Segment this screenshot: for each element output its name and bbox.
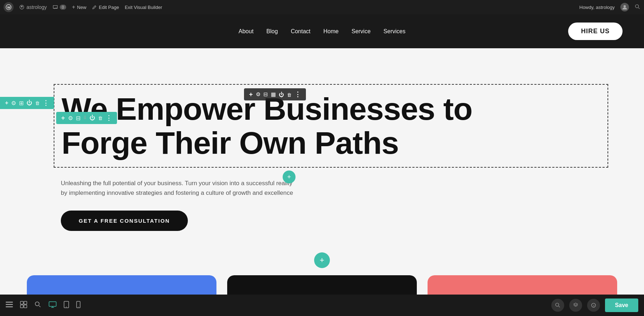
nav-item-services[interactable]: Services xyxy=(384,28,405,35)
hero-subtitle: Unleashing the full potential of your bu… xyxy=(61,178,293,198)
row-power-icon[interactable] xyxy=(26,100,32,106)
add-section-button[interactable]: + xyxy=(314,252,330,268)
bottom-builder-bar: ? Save xyxy=(0,295,644,316)
history-layers-icon[interactable] xyxy=(569,299,582,312)
svg-rect-10 xyxy=(6,304,13,305)
nav-item-contact[interactable]: Contact xyxy=(291,28,311,35)
svg-rect-15 xyxy=(24,305,27,308)
new-content-link[interactable]: + New xyxy=(72,4,86,10)
nav-links: About Blog Contact Home Service Services xyxy=(239,28,405,35)
edit-page-link[interactable]: Edit Page xyxy=(92,5,119,10)
grid-view-icon[interactable] xyxy=(20,301,27,310)
svg-point-16 xyxy=(35,302,39,306)
tablet-view-icon[interactable] xyxy=(64,301,69,310)
module-toolbar: + ⊟ ⠿ xyxy=(56,112,117,124)
nav-item-about[interactable]: About xyxy=(239,28,254,35)
svg-point-21 xyxy=(78,306,79,307)
svg-rect-17 xyxy=(49,302,56,306)
hero-title: We Empower Businesses to Forge Their Own… xyxy=(62,92,600,160)
mobile-view-icon[interactable] xyxy=(76,301,80,310)
row-add-icon[interactable] xyxy=(5,100,8,106)
module-delete-icon[interactable] xyxy=(98,115,103,121)
main-content: + ⊟ ⠿ + ⊟ ▦ We Empower Businesses to F xyxy=(0,48,644,316)
col-power-icon[interactable] xyxy=(279,92,284,98)
row-more-icon[interactable] xyxy=(43,99,49,107)
module-settings-icon[interactable] xyxy=(68,115,73,122)
save-button[interactable]: Save xyxy=(605,298,638,312)
row-toolbar xyxy=(0,97,54,109)
svg-text:W: W xyxy=(7,5,11,9)
svg-point-22 xyxy=(556,303,559,306)
search-icon[interactable] xyxy=(635,4,640,11)
svg-rect-13 xyxy=(24,301,27,304)
bottom-bar-left xyxy=(6,301,80,310)
hamburger-menu-icon[interactable] xyxy=(6,302,13,309)
module-power-icon[interactable] xyxy=(89,115,95,121)
search-toggle-icon[interactable] xyxy=(34,301,42,310)
avatar[interactable] xyxy=(620,3,629,11)
row-settings-icon[interactable] xyxy=(11,100,16,107)
hire-us-button[interactable]: HIRE US xyxy=(568,23,623,40)
svg-point-5 xyxy=(635,5,639,8)
nav-item-blog[interactable]: Blog xyxy=(267,28,278,35)
admin-bar: W astrology 0 + New Edit Page Exit Visua… xyxy=(0,0,644,14)
col-add-icon[interactable]: + xyxy=(249,91,253,98)
comments-link[interactable]: 0 xyxy=(53,5,66,10)
col-settings-icon[interactable] xyxy=(256,91,260,98)
svg-text:?: ? xyxy=(593,304,595,307)
svg-rect-12 xyxy=(20,301,23,304)
row-delete-icon[interactable] xyxy=(35,100,40,106)
module-more-icon[interactable] xyxy=(106,114,112,122)
hero-text-module: + ⊟ ▦ We Empower Businesses to Forge The… xyxy=(54,84,608,168)
history-search-icon[interactable] xyxy=(551,299,564,312)
svg-point-19 xyxy=(66,306,67,307)
desktop-view-icon[interactable] xyxy=(49,301,57,310)
site-name[interactable]: astrology xyxy=(19,4,47,10)
svg-point-3 xyxy=(21,6,23,8)
row-layout-icon[interactable] xyxy=(19,100,24,107)
svg-rect-14 xyxy=(20,305,23,308)
nav-item-home[interactable]: Home xyxy=(323,28,339,35)
svg-rect-9 xyxy=(6,302,13,303)
hero-section: + ⊟ ⠿ + ⊟ ▦ We Empower Businesses to F xyxy=(0,48,644,252)
bottom-bar-right: ? Save xyxy=(551,298,638,312)
cta-button[interactable]: GET A FREE CONSULTATION xyxy=(61,211,188,231)
col-col-icon[interactable]: ▦ xyxy=(271,91,276,98)
history-help-icon[interactable]: ? xyxy=(587,299,600,312)
svg-point-4 xyxy=(624,5,626,7)
module-add-icon[interactable]: + xyxy=(61,114,65,122)
col-layout-icon[interactable]: ⊟ xyxy=(263,91,268,98)
col-more-icon[interactable] xyxy=(294,90,301,98)
exit-builder-link[interactable]: Exit Visual Builder xyxy=(125,5,162,10)
col-delete-icon[interactable] xyxy=(287,92,292,98)
svg-rect-11 xyxy=(6,306,13,307)
add-between-icon[interactable]: + xyxy=(283,171,296,183)
nav-item-service[interactable]: Service xyxy=(351,28,370,35)
wp-logo-icon[interactable]: W xyxy=(4,2,14,12)
navbar: About Blog Contact Home Service Services… xyxy=(0,14,644,48)
module-layout-icon[interactable]: ⊟ xyxy=(76,115,80,122)
column-toolbar: + ⊟ ▦ xyxy=(244,88,306,100)
admin-bar-right: Howdy, astrology xyxy=(579,3,640,11)
